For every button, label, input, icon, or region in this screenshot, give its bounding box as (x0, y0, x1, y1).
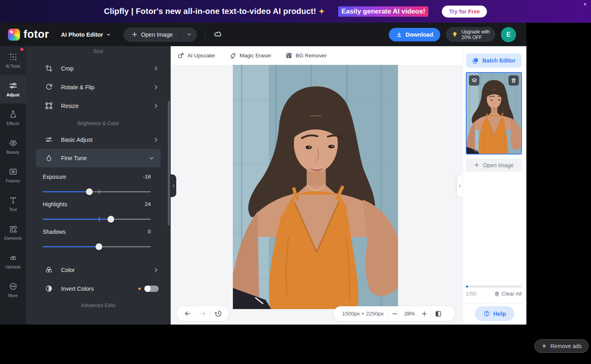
chevron-right-icon (153, 103, 159, 109)
panel-item-resize[interactable]: Resize (26, 96, 171, 115)
sidebar-item-ai-tools[interactable]: AI Tools (0, 46, 26, 75)
chevron-right-icon (153, 66, 159, 71)
batch-progress-fill (466, 286, 468, 288)
slider-value: -18 (143, 174, 151, 182)
batch-editor-button[interactable]: Batch Editor (466, 53, 522, 68)
zoom-toolbar: 1500px × 2250px 28% (333, 306, 455, 321)
eye-icon (9, 139, 18, 147)
main-sidebar: AI Tools Adjust Effects Beauty Frames (0, 46, 26, 325)
slider-track[interactable] (43, 188, 151, 195)
user-avatar[interactable]: E (501, 27, 516, 42)
bg-remover-icon (286, 52, 292, 59)
try-for-free-button[interactable]: Try for Free (442, 6, 487, 18)
layers-icon (471, 78, 477, 84)
diamond-icon (541, 343, 547, 349)
chevron-down-icon (106, 32, 111, 37)
sparkles-icon: ✦ (319, 8, 325, 16)
sidebar-item-effects[interactable]: Effects (0, 104, 26, 132)
panel-item-fine-tune[interactable]: Fine Tune (36, 149, 161, 167)
fine-tune-icon (45, 155, 53, 162)
invert-colors-toggle[interactable] (144, 286, 159, 292)
collapse-left-panel-handle[interactable] (171, 174, 176, 197)
open-image-button[interactable]: Open Image (124, 27, 181, 42)
panel-scrollbar[interactable] (168, 101, 170, 225)
ai-upscaler-icon (177, 52, 184, 59)
slider-handle[interactable] (107, 216, 114, 223)
history-button[interactable] (211, 306, 226, 321)
banner-close-icon[interactable]: × (581, 1, 589, 8)
slider-shadows: Shadows 0 (43, 229, 151, 250)
diamond-icon (451, 31, 458, 38)
slider-label: Exposure (43, 174, 66, 182)
slider-handle[interactable] (95, 243, 102, 250)
batch-open-image-button[interactable]: Open Image (466, 159, 522, 172)
tab-magic-eraser[interactable]: Magic Eraser (230, 52, 272, 59)
rotate-icon (45, 83, 53, 91)
chevron-right-icon (153, 267, 159, 273)
more-icon (9, 282, 18, 291)
batch-layers-icon (472, 57, 479, 64)
collapse-right-panel-handle[interactable] (457, 174, 463, 197)
delete-image-button[interactable] (508, 75, 519, 86)
trash-icon (511, 78, 516, 83)
remove-ads-button[interactable]: Remove ads (534, 339, 589, 353)
invert-colors-icon (45, 285, 53, 292)
tab-ai-upscaler[interactable]: AI Upscaler (177, 52, 215, 59)
redo-button[interactable] (195, 306, 210, 321)
open-image-split-button: Open Image (124, 27, 197, 42)
canvas-toolbar: AI Upscaler Magic Eraser BG Remover (171, 46, 463, 65)
fotor-logo[interactable]: fotor (8, 28, 49, 41)
section-heading-brightness-color: Brightness & Color (26, 120, 171, 127)
section-heading-advanced-edits: Advanced Edits (26, 302, 171, 309)
sidebar-item-adjust[interactable]: Adjust (0, 75, 26, 104)
zoom-out-button[interactable] (389, 306, 401, 321)
premium-dot (138, 288, 141, 290)
panel-item-color[interactable]: Color (26, 260, 171, 279)
sidebar-item-frames[interactable]: Frames (0, 161, 26, 190)
slider-track[interactable] (43, 243, 151, 250)
plus-icon (132, 31, 138, 37)
slider-label: Highlights (43, 201, 67, 209)
compare-icon (435, 310, 442, 317)
panel-item-crop[interactable]: Crop (26, 59, 171, 78)
sliders-icon (9, 81, 18, 90)
zoom-level: 28% (401, 311, 418, 317)
slider-track[interactable] (43, 216, 151, 222)
help-button[interactable]: Help (475, 306, 514, 321)
clear-all-button[interactable]: Clear All (494, 291, 522, 297)
open-image-more-button[interactable] (181, 27, 197, 42)
download-button[interactable]: Download (389, 28, 440, 41)
app-header: fotor AI Photo Editor Open Image (0, 23, 526, 46)
sidebar-item-text[interactable]: Text (0, 190, 26, 218)
grid-dots-icon (9, 53, 18, 61)
canvas-image[interactable] (233, 65, 398, 309)
chevron-right-icon (153, 84, 159, 90)
image-thumbnail[interactable] (466, 72, 522, 155)
sidebar-item-uploads[interactable]: Uploads (0, 247, 26, 276)
tool-switcher-dropdown[interactable]: AI Photo Editor (61, 31, 111, 38)
crop-icon (45, 65, 53, 72)
sidebar-item-more[interactable]: More (0, 276, 26, 304)
chevron-right-icon (153, 137, 159, 143)
undo-button[interactable] (180, 306, 195, 321)
zoom-in-button[interactable] (418, 306, 430, 321)
chevron-down-icon (149, 155, 154, 161)
flask-icon (9, 110, 18, 119)
tab-bg-remover[interactable]: BG Remover (286, 52, 327, 59)
slider-value: 24 (145, 201, 151, 209)
magic-eraser-icon (230, 52, 236, 59)
compare-button[interactable] (431, 306, 446, 321)
sidebar-item-elements[interactable]: Elements (0, 218, 26, 247)
desktop: Clipfly | Fotor's new all-in-one text-to… (0, 0, 591, 364)
panel-item-invert-colors[interactable]: Invert Colors (26, 279, 171, 298)
layers-button[interactable] (469, 75, 479, 86)
cloud-upload-icon (9, 253, 18, 262)
panel-item-rotate-flip[interactable]: Rotate & Flip (26, 78, 171, 96)
cloud-sync-icon[interactable] (213, 29, 223, 40)
upgrade-button[interactable]: Upgrade with20% OFF (446, 27, 495, 42)
shapes-icon (9, 225, 18, 233)
panel-item-basic-adjust[interactable]: Basic Adjust (26, 130, 171, 149)
sidebar-item-beauty[interactable]: Beauty (0, 132, 26, 161)
question-icon (483, 310, 490, 317)
slider-handle[interactable] (86, 188, 93, 195)
